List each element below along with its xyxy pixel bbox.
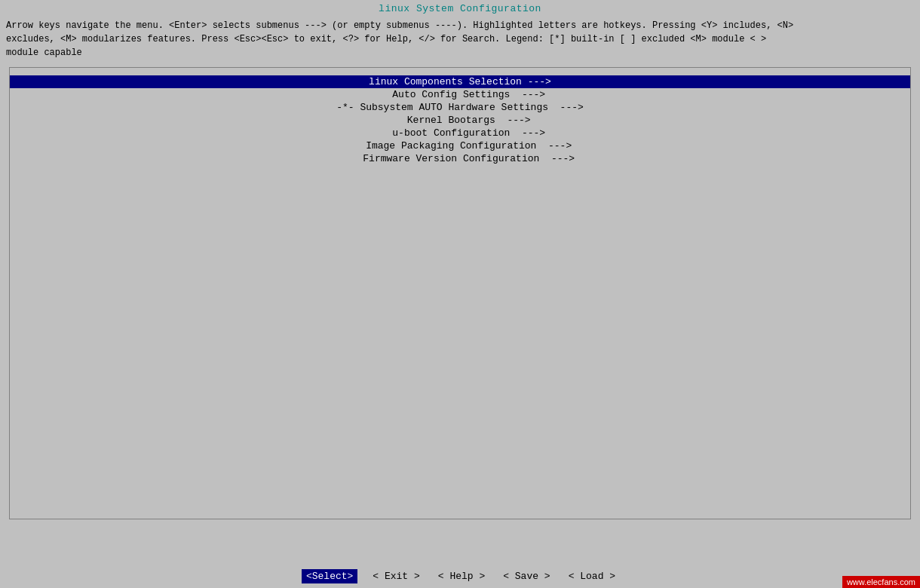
menu-item-wrapper: Image Packaging Configuration ---> — [336, 139, 584, 152]
menu-title-wrapper[interactable]: linux Components Selection ---> — [10, 75, 910, 88]
load-button[interactable]: < Load > — [566, 569, 618, 583]
menu-item-wrapper: Kernel Bootargs ---> — [336, 114, 584, 127]
menu-item[interactable]: Firmware Version Configuration ---> — [336, 152, 584, 165]
menu-item-wrapper: u-boot Configuration ---> — [336, 127, 584, 139]
menu-items-container: Auto Config Settings --->-*- Subsystem A… — [336, 88, 584, 165]
window-title: linux System Configuration — [379, 3, 541, 14]
menu-area: linux Components Selection ---> Auto Con… — [10, 68, 910, 173]
help-button[interactable]: < Help > — [435, 569, 488, 583]
menu-item-wrapper: -*- Subsystem AUTO Hardware Settings ---… — [336, 101, 584, 114]
watermark: www.elecfans.com — [842, 576, 920, 588]
title-bar: linux System Configuration — [0, 0, 920, 16]
select-button[interactable]: <Select> — [302, 569, 357, 583]
menu-item-wrapper: Firmware Version Configuration ---> — [336, 152, 584, 165]
help-text: Arrow keys navigate the menu. <Enter> se… — [0, 16, 920, 63]
menu-item-wrapper: Auto Config Settings ---> — [336, 88, 584, 101]
menu-item[interactable]: u-boot Configuration ---> — [336, 127, 584, 139]
menu-item[interactable]: -*- Subsystem AUTO Hardware Settings ---… — [336, 101, 584, 114]
menu-item[interactable]: Image Packaging Configuration ---> — [336, 139, 584, 152]
help-line-2: excludes, <M> modularizes features. Pres… — [6, 32, 914, 46]
menu-item[interactable]: Auto Config Settings ---> — [336, 88, 584, 101]
help-line-3: module capable — [6, 46, 914, 60]
exit-button[interactable]: < Exit > — [370, 569, 422, 583]
menu-title[interactable]: linux Components Selection ---> — [10, 75, 910, 88]
help-line-1: Arrow keys navigate the menu. <Enter> se… — [6, 19, 914, 32]
main-box: linux Components Selection ---> Auto Con… — [9, 67, 911, 519]
bottom-bar: <Select> < Exit > < Help > < Save > < Lo… — [0, 565, 920, 588]
menu-item[interactable]: Kernel Bootargs ---> — [336, 114, 584, 127]
save-button[interactable]: < Save > — [500, 569, 553, 583]
